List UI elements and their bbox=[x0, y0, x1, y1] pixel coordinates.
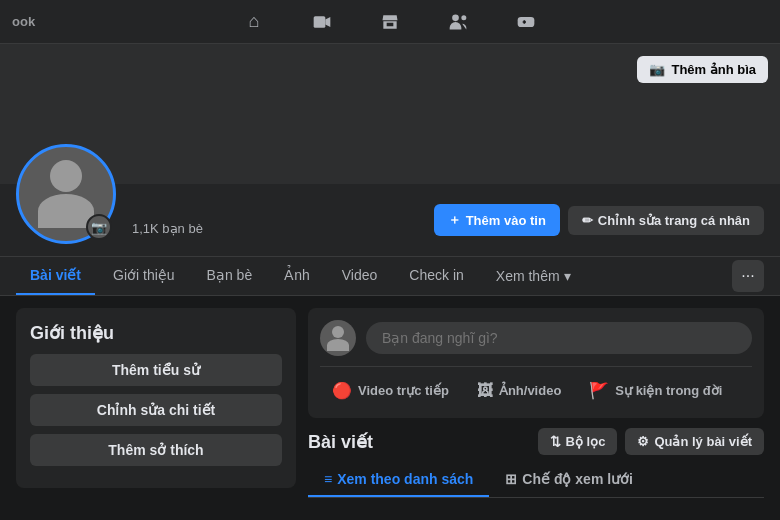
photo-video-button[interactable]: 🖼 Ảnh/video bbox=[465, 375, 573, 406]
grid-view-tab[interactable]: ⊞ Chế độ xem lưới bbox=[489, 463, 649, 497]
bai-viet-section: Bài viết ⇅ Bộ lọc ⚙ Quản lý bài viết ≡ X… bbox=[308, 428, 764, 498]
live-video-button[interactable]: 🔴 Video trực tiếp bbox=[320, 375, 461, 406]
tab-video[interactable]: Video bbox=[328, 257, 392, 295]
friend-count: 1,1K bạn bè bbox=[132, 221, 418, 236]
live-video-icon: 🔴 bbox=[332, 381, 352, 400]
svg-point-3 bbox=[461, 15, 466, 20]
profile-info: 1,1K bạn bè bbox=[132, 217, 418, 244]
add-cover-button[interactable]: 📷 Thêm ảnh bìa bbox=[637, 56, 768, 83]
post-actions-row: 🔴 Video trực tiếp 🖼 Ảnh/video 🚩 Sự kiện … bbox=[320, 366, 752, 406]
intro-card: Giới thiệu Thêm tiểu sử Chỉnh sửa chi ti… bbox=[16, 308, 296, 488]
nav-icons: ⌂ bbox=[236, 4, 544, 40]
bai-viet-actions: ⇅ Bộ lọc ⚙ Quản lý bài viết bbox=[538, 428, 764, 455]
grid-icon: ⊞ bbox=[505, 471, 517, 487]
intro-card-title: Giới thiệu bbox=[30, 322, 282, 344]
tabs-ellipsis-button[interactable]: ··· bbox=[732, 260, 764, 292]
main-content: Giới thiệu Thêm tiểu sử Chỉnh sửa chi ti… bbox=[0, 296, 780, 520]
add-bio-button[interactable]: Thêm tiểu sử bbox=[30, 354, 282, 386]
tab-bai-viet[interactable]: Bài viết bbox=[16, 257, 95, 295]
profile-actions: ＋ Thêm vào tin ✏ Chỉnh sửa trang cá nhân bbox=[434, 204, 764, 244]
view-tabs: ≡ Xem theo danh sách ⊞ Chế độ xem lưới bbox=[308, 463, 764, 498]
nav-shop-icon[interactable] bbox=[372, 4, 408, 40]
left-column: Giới thiệu Thêm tiểu sử Chỉnh sửa chi ti… bbox=[16, 308, 296, 520]
svg-point-6 bbox=[530, 22, 532, 24]
life-event-button[interactable]: 🚩 Sự kiện trong đời bbox=[577, 375, 734, 406]
bai-viet-header: Bài viết ⇅ Bộ lọc ⚙ Quản lý bài viết bbox=[308, 428, 764, 455]
avatar-wrapper: 📷 bbox=[16, 144, 116, 244]
tab-ban-be[interactable]: Bạn bè bbox=[193, 257, 267, 295]
bai-viet-title: Bài viết bbox=[308, 431, 373, 453]
nav-video-icon[interactable] bbox=[304, 4, 340, 40]
filter-button[interactable]: ⇅ Bộ lọc bbox=[538, 428, 618, 455]
camera-icon: 📷 bbox=[649, 62, 665, 77]
edit-profile-button[interactable]: ✏ Chỉnh sửa trang cá nhân bbox=[568, 206, 764, 235]
avatar-person bbox=[38, 160, 94, 228]
svg-marker-1 bbox=[325, 17, 330, 27]
svg-point-5 bbox=[529, 20, 531, 22]
tab-more[interactable]: Xem thêm ▾ bbox=[482, 258, 585, 294]
logo: ook bbox=[12, 14, 35, 29]
add-hobbies-button[interactable]: Thêm sở thích bbox=[30, 434, 282, 466]
svg-rect-0 bbox=[314, 16, 326, 28]
nav-home-icon[interactable]: ⌂ bbox=[236, 4, 272, 40]
filter-icon: ⇅ bbox=[550, 434, 561, 449]
chevron-down-icon: ▾ bbox=[564, 268, 571, 284]
top-nav: ook ⌂ bbox=[0, 0, 780, 44]
svg-point-2 bbox=[452, 14, 459, 21]
add-to-story-button[interactable]: ＋ Thêm vào tin bbox=[434, 204, 560, 236]
cover-photo: 📷 Thêm ảnh bìa bbox=[0, 44, 780, 184]
post-box: 🔴 Video trực tiếp 🖼 Ảnh/video 🚩 Sự kiện … bbox=[308, 308, 764, 418]
list-icon: ≡ bbox=[324, 471, 332, 487]
plus-icon: ＋ bbox=[448, 211, 461, 229]
edit-icon: ✏ bbox=[582, 213, 593, 228]
tabs-bar: Bài viết Giới thiệu Bạn bè Ảnh Video Che… bbox=[0, 257, 780, 296]
photo-icon: 🖼 bbox=[477, 382, 493, 400]
list-view-tab[interactable]: ≡ Xem theo danh sách bbox=[308, 463, 489, 497]
manage-posts-button[interactable]: ⚙ Quản lý bài viết bbox=[625, 428, 764, 455]
post-input-row bbox=[320, 320, 752, 356]
tab-anh[interactable]: Ảnh bbox=[270, 257, 324, 295]
profile-section: 📷 1,1K bạn bè ＋ Thêm vào tin ✏ Chỉnh sửa… bbox=[0, 184, 780, 257]
nav-groups-icon[interactable] bbox=[440, 4, 476, 40]
nav-gaming-icon[interactable] bbox=[508, 4, 544, 40]
avatar-camera-button[interactable]: 📷 bbox=[86, 214, 112, 240]
avatar-head bbox=[50, 160, 82, 192]
gear-icon: ⚙ bbox=[637, 434, 649, 449]
edit-details-button[interactable]: Chỉnh sửa chi tiết bbox=[30, 394, 282, 426]
tab-gioi-thieu[interactable]: Giới thiệu bbox=[99, 257, 189, 295]
tab-check-in[interactable]: Check in bbox=[395, 257, 477, 295]
right-column: 🔴 Video trực tiếp 🖼 Ảnh/video 🚩 Sự kiện … bbox=[308, 308, 764, 520]
post-input[interactable] bbox=[366, 322, 752, 354]
post-avatar bbox=[320, 320, 356, 356]
flag-icon: 🚩 bbox=[589, 381, 609, 400]
